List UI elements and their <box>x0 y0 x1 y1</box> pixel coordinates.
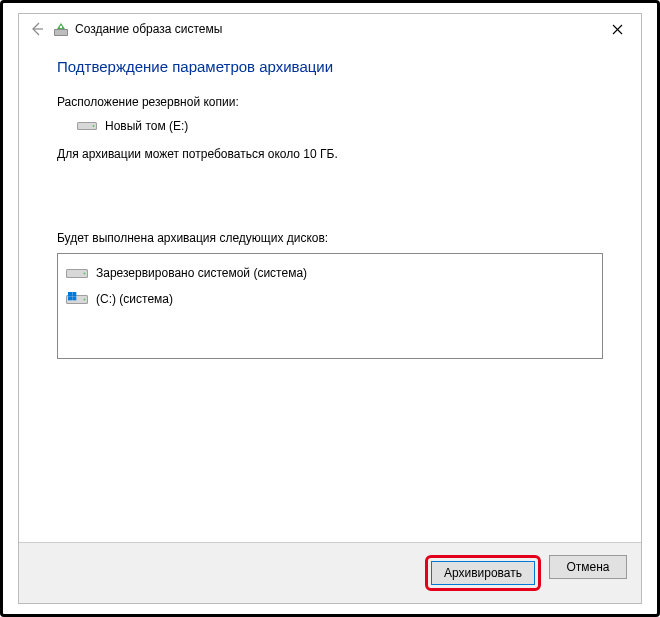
app-icon <box>53 21 69 37</box>
dialog-footer: Архивировать Отмена <box>19 542 641 603</box>
svg-point-8 <box>93 125 95 127</box>
svg-rect-2 <box>55 30 67 35</box>
svg-rect-18 <box>72 296 76 300</box>
titlebar: Создание образа системы <box>19 14 641 44</box>
window-title: Создание образа системы <box>75 22 597 36</box>
cancel-button[interactable]: Отмена <box>549 555 627 579</box>
backup-location-label: Расположение резервной копии: <box>57 95 603 109</box>
drive-label: Зарезервировано системой (система) <box>96 266 307 280</box>
list-item: (C:) (система) <box>66 286 594 312</box>
size-estimate: Для архивации может потребоваться около … <box>57 147 603 161</box>
dialog-window: Создание образа системы Подтверждение па… <box>18 13 642 604</box>
highlight-annotation: Архивировать <box>425 555 541 591</box>
svg-point-14 <box>84 299 86 301</box>
list-item: Зарезервировано системой (система) <box>66 260 594 286</box>
close-button[interactable] <box>597 15 637 43</box>
svg-point-3 <box>60 26 62 28</box>
hard-drive-icon <box>77 119 97 133</box>
svg-point-11 <box>84 273 86 275</box>
target-drive-name: Новый том (E:) <box>105 119 188 133</box>
windows-drive-icon <box>66 291 88 307</box>
target-drive-row: Новый том (E:) <box>77 119 603 133</box>
archive-button[interactable]: Архивировать <box>431 561 535 585</box>
svg-rect-17 <box>68 296 72 300</box>
page-heading: Подтверждение параметров архивации <box>57 58 603 75</box>
drives-section-label: Будет выполнена архивация следующих диск… <box>57 231 603 245</box>
drives-listbox[interactable]: Зарезервировано системой (система) <box>57 253 603 359</box>
svg-rect-15 <box>68 292 72 296</box>
outer-frame: Создание образа системы Подтверждение па… <box>0 0 660 617</box>
drive-label: (C:) (система) <box>96 292 173 306</box>
hard-drive-icon <box>66 265 88 281</box>
content-area: Подтверждение параметров архивации Распо… <box>19 44 641 542</box>
svg-rect-16 <box>72 292 76 296</box>
back-button[interactable] <box>25 17 49 41</box>
